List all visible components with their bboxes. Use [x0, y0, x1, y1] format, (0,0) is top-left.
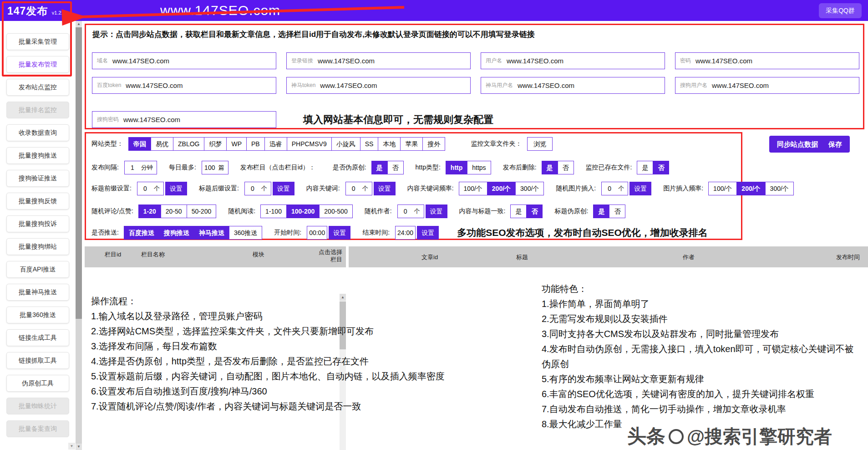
- scrollbar-thumb[interactable]: [76, 27, 82, 319]
- toggle-option[interactable]: PB: [246, 137, 265, 151]
- sidebar-item-8[interactable]: 批量搜狗反馈: [6, 193, 69, 210]
- toggle-option[interactable]: 易优: [151, 137, 173, 151]
- sidebar-item-3[interactable]: 发布站点监控: [6, 79, 69, 96]
- sidebar-item-1[interactable]: 批量采集管理: [6, 33, 69, 50]
- sidebar-item-2[interactable]: 批量发布管理: [6, 56, 69, 73]
- sidebar-item-13[interactable]: 批量360推送: [6, 307, 69, 323]
- toggle-option[interactable]: ZBLOG: [173, 137, 204, 151]
- settings-segment: http类型:httphttps: [416, 161, 491, 174]
- input-field-1[interactable]: 域名www.147SEO.com: [92, 52, 276, 69]
- sidebar-item-12[interactable]: 批量神马推送: [6, 284, 69, 301]
- number-input[interactable]: 24:00: [395, 226, 416, 240]
- toggle-option[interactable]: 神马推送: [194, 226, 229, 240]
- sidebar-scroll-down-icon[interactable]: ▼: [68, 443, 75, 450]
- number-input[interactable]: 0个: [345, 182, 372, 195]
- setting-label: 内容关键词:: [306, 184, 340, 193]
- input-field-3[interactable]: 用户名www.147SEO.com: [481, 52, 665, 69]
- toggle-option[interactable]: 200/个: [736, 182, 765, 195]
- set-button[interactable]: 设置: [273, 182, 294, 195]
- toggle-option[interactable]: 200-500: [319, 205, 352, 218]
- sidebar-item-16[interactable]: 伪原创工具: [6, 375, 69, 392]
- save-button[interactable]: 保存: [821, 136, 850, 153]
- toggle-option[interactable]: 100/个: [459, 182, 487, 195]
- number-unit: 个: [153, 184, 163, 193]
- toggle-option[interactable]: 200/个: [487, 182, 516, 195]
- sidebar-item-7[interactable]: 搜狗验证推送: [6, 170, 69, 187]
- number-input[interactable]: 0个: [137, 182, 164, 195]
- input-field-5[interactable]: 百度tokenwww.147SEO.com: [92, 77, 276, 94]
- set-button[interactable]: 设置: [165, 182, 187, 195]
- browse-button[interactable]: 浏览: [527, 137, 553, 151]
- set-button[interactable]: 设置: [426, 205, 447, 218]
- sidebar-item-15[interactable]: 链接抓取工具: [6, 352, 69, 369]
- set-button[interactable]: 设置: [329, 226, 350, 240]
- sidebar-item-14[interactable]: 链接生成工具: [6, 329, 69, 346]
- toggle-option[interactable]: PHPCMSV9: [287, 137, 332, 151]
- toggle-option[interactable]: 否: [653, 161, 669, 174]
- toggle-option[interactable]: https: [467, 161, 491, 174]
- settings-segment: 是否推送:百度推送搜狗推送神马推送360推送: [91, 226, 262, 240]
- toggle-option[interactable]: 否: [526, 205, 543, 218]
- toggle-option[interactable]: 小旋风: [331, 137, 360, 151]
- number-input[interactable]: 100篇: [202, 161, 228, 174]
- input-value: www.147SEO.com: [507, 57, 563, 65]
- toggle-option[interactable]: 织梦: [204, 137, 227, 151]
- toggle-option[interactable]: 帝国: [128, 137, 151, 151]
- toggle-option[interactable]: 100-200: [286, 205, 320, 218]
- number-input[interactable]: 0个: [397, 205, 424, 218]
- toggle-option[interactable]: 20-50: [161, 205, 187, 218]
- toggle-option[interactable]: 100/个: [708, 182, 737, 195]
- toggle-option[interactable]: 360推送: [229, 226, 262, 240]
- toggle-option[interactable]: 是: [542, 161, 558, 174]
- input-field-8[interactable]: 搜狗用户名www.147SEO.com: [675, 77, 859, 94]
- toggle-group: 1-2020-5050-200: [139, 205, 216, 218]
- toggle-option[interactable]: 是: [510, 205, 527, 218]
- toggle-option[interactable]: 否: [558, 161, 574, 174]
- sync-site-data-button[interactable]: 同步站点数据: [769, 136, 826, 153]
- setting-label: 随机阅读:: [228, 207, 255, 215]
- qq-group-button[interactable]: 采集QQ群: [819, 3, 862, 18]
- toggle-option[interactable]: 1-20: [138, 205, 161, 218]
- toggle-option[interactable]: 本地: [378, 137, 401, 151]
- toggle-option[interactable]: 300/个: [765, 182, 794, 195]
- set-button[interactable]: 设置: [374, 182, 396, 195]
- input-field-7[interactable]: 神马用户名www.147SEO.com: [481, 77, 665, 94]
- toggle-option[interactable]: WP: [226, 137, 247, 151]
- sidebar-item-6[interactable]: 批量搜狗推送: [6, 147, 69, 164]
- toggle-option[interactable]: SS: [360, 137, 379, 151]
- workflow-step-7: 7.设置随机评论/点赞/阅读/作者，内容关键词与标题关键词是否一致: [91, 399, 445, 414]
- toggle-option[interactable]: http: [446, 161, 467, 174]
- toggle-option[interactable]: 是: [371, 161, 388, 174]
- toggle-option[interactable]: 是: [637, 161, 653, 174]
- toggle-option[interactable]: 50-200: [187, 205, 217, 218]
- input-field-2[interactable]: 登录链接www.147SEO.com: [286, 52, 471, 69]
- sidebar-item-9[interactable]: 批量搜狗投诉: [6, 215, 69, 232]
- toggle-option[interactable]: 否: [387, 161, 404, 174]
- input-field-6[interactable]: 神马tokenwww.147SEO.com: [286, 77, 471, 94]
- set-button[interactable]: 设置: [417, 226, 439, 240]
- toggle-option[interactable]: 否: [609, 205, 625, 218]
- number-input[interactable]: 0个: [244, 182, 271, 195]
- number-input[interactable]: 0个: [601, 182, 628, 195]
- scroll-up-icon[interactable]: ▲: [76, 21, 82, 27]
- input-field-9[interactable]: 搜狗密码www.147SEO.com: [92, 111, 276, 128]
- toggle-option[interactable]: 1-100: [260, 205, 287, 218]
- setting-label: 发布后删除:: [503, 164, 537, 172]
- toggle-option[interactable]: 苹果: [400, 137, 423, 151]
- set-button[interactable]: 设置: [629, 182, 651, 195]
- scroll-down-icon[interactable]: ▼: [76, 444, 82, 450]
- sidebar-scrollbar[interactable]: ▲ ▼: [76, 21, 82, 450]
- number-input[interactable]: 1分钟: [124, 161, 157, 174]
- toggle-option[interactable]: 搜狗推送: [159, 226, 194, 240]
- toggle-option[interactable]: 百度推送: [124, 226, 159, 240]
- toggle-option[interactable]: 是: [593, 205, 609, 218]
- sidebar-item-11[interactable]: 百度API推送: [6, 261, 69, 278]
- sidebar-item-10[interactable]: 批量搜狗绑站: [6, 238, 69, 255]
- toggle-group: 是否: [511, 205, 543, 218]
- input-field-4[interactable]: 密码www.147SEO.com: [675, 52, 859, 69]
- toggle-option[interactable]: 300/个: [515, 182, 544, 195]
- toggle-option[interactable]: 搜外: [422, 137, 445, 151]
- toggle-option[interactable]: 迅睿: [264, 137, 287, 151]
- number-input[interactable]: 00:00: [307, 226, 327, 240]
- sidebar-item-5[interactable]: 收录数据查询: [6, 124, 69, 141]
